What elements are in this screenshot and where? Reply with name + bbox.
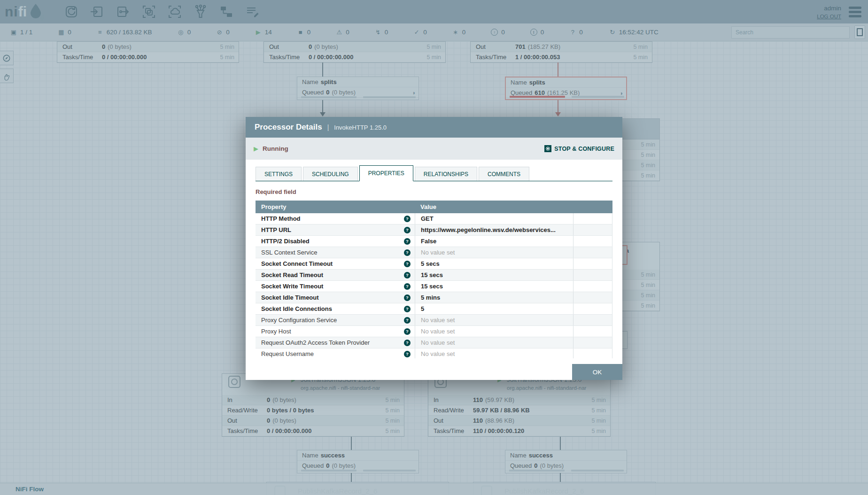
help-icon[interactable]: ? xyxy=(404,351,411,357)
property-name-cell: Socket Write Timeout? xyxy=(256,281,415,292)
property-name: Request Username xyxy=(261,350,314,357)
nifi-app: nifi admin LOG OUT ▣1 / 1▦0≡620 / 163.82… xyxy=(0,0,868,495)
dialog-tabs: SETTINGSSCHEDULINGPROPERTIESRELATIONSHIP… xyxy=(256,160,612,181)
property-value-cell: No value set xyxy=(415,348,573,358)
tab-comments[interactable]: COMMENTS xyxy=(479,167,529,181)
property-row: HTTP/2 Disabled?False xyxy=(256,236,612,247)
required-field-hint: Required field xyxy=(256,188,612,195)
tab-scheduling[interactable]: SCHEDULING xyxy=(303,167,358,181)
run-status-label: Running xyxy=(263,145,288,152)
empty-cell xyxy=(573,224,612,235)
property-name: Proxy Configuration Service xyxy=(261,317,337,324)
ok-button[interactable]: OK xyxy=(572,364,622,380)
property-value-cell: GET xyxy=(415,213,573,224)
property-name-cell: Request Username? xyxy=(256,348,415,358)
help-icon[interactable]: ? xyxy=(404,340,411,346)
property-name-cell: HTTP Method? xyxy=(256,213,415,224)
property-name: Proxy Host xyxy=(261,328,291,335)
property-row: Socket Write Timeout?15 secs xyxy=(256,281,612,292)
help-icon[interactable]: ? xyxy=(404,294,411,301)
running-icon: ▶ xyxy=(254,145,258,152)
property-value-cell: https://www.pegelonline.wsv.de/webservic… xyxy=(415,224,573,235)
empty-cell xyxy=(573,337,612,348)
property-value-cell: No value set xyxy=(415,315,573,325)
property-value-cell: False xyxy=(415,236,573,247)
empty-cell xyxy=(573,292,612,303)
help-icon[interactable]: ? xyxy=(404,216,411,222)
help-icon[interactable]: ? xyxy=(404,238,411,245)
empty-cell xyxy=(573,213,612,224)
empty-cell xyxy=(573,236,612,247)
property-row: Proxy Configuration Service?No value set xyxy=(256,315,612,326)
property-name: Socket Idle Timeout xyxy=(261,294,319,301)
property-name-cell: Socket Idle Timeout? xyxy=(256,292,415,303)
property-row: Request OAuth2 Access Token Provider?No … xyxy=(256,337,612,348)
table-header: Property Value xyxy=(256,201,612,213)
property-value-cell: 5 secs xyxy=(415,258,573,269)
property-name: HTTP/2 Disabled xyxy=(261,238,310,245)
help-icon[interactable]: ? xyxy=(404,306,411,312)
tab-relationships[interactable]: RELATIONSHIPS xyxy=(415,167,477,181)
help-icon[interactable]: ? xyxy=(404,227,411,233)
tab-settings[interactable]: SETTINGS xyxy=(256,167,302,181)
dialog-header: Processor Details | InvokeHTTP 1.25.0 xyxy=(246,117,622,138)
empty-cell xyxy=(573,281,612,292)
property-row: Socket Idle Timeout?5 mins xyxy=(256,292,612,303)
gear-icon xyxy=(544,145,551,152)
processor-type-version: InvokeHTTP 1.25.0 xyxy=(334,124,387,131)
property-value-cell: No value set xyxy=(415,337,573,348)
property-value-cell: 15 secs xyxy=(415,270,573,280)
property-name-cell: Proxy Host? xyxy=(256,326,415,337)
empty-cell xyxy=(573,315,612,325)
property-name-cell: Socket Read Timeout? xyxy=(256,270,415,280)
property-value-cell: 5 xyxy=(415,303,573,314)
property-name-cell: Proxy Configuration Service? xyxy=(256,315,415,325)
property-row: Socket Read Timeout?15 secs xyxy=(256,270,612,281)
property-name-cell: Request OAuth2 Access Token Provider? xyxy=(256,337,415,348)
property-row: HTTP URL?https://www.pegelonline.wsv.de/… xyxy=(256,224,612,236)
empty-cell xyxy=(573,270,612,280)
property-name-cell: Socket Idle Connections? xyxy=(256,303,415,314)
empty-cell xyxy=(573,348,612,358)
help-icon[interactable]: ? xyxy=(404,249,411,256)
property-row: Request Username?No value set xyxy=(256,348,612,358)
property-name: Socket Connect Timeout xyxy=(261,260,333,267)
property-name-cell: SSL Context Service? xyxy=(256,247,415,258)
title-separator: | xyxy=(327,124,329,131)
empty-cell xyxy=(573,303,612,314)
dialog-title: Processor Details xyxy=(255,123,322,132)
table-rows: HTTP Method?GETHTTP URL?https://www.pege… xyxy=(256,213,612,358)
property-name: Socket Read Timeout xyxy=(261,271,323,278)
help-icon[interactable]: ? xyxy=(404,272,411,278)
properties-table: Property Value HTTP Method?GETHTTP URL?h… xyxy=(256,201,612,358)
property-row: HTTP Method?GET xyxy=(256,213,612,224)
dialog-body: SETTINGSSCHEDULINGPROPERTIESRELATIONSHIP… xyxy=(246,160,622,358)
property-name: Request OAuth2 Access Token Provider xyxy=(261,339,370,346)
property-name: Socket Write Timeout xyxy=(261,283,323,290)
property-name: Socket Idle Connections xyxy=(261,305,332,312)
property-name: HTTP URL xyxy=(261,226,291,233)
tab-properties[interactable]: PROPERTIES xyxy=(359,165,413,181)
property-row: SSL Context Service?No value set xyxy=(256,247,612,258)
empty-cell xyxy=(573,258,612,269)
help-icon[interactable]: ? xyxy=(404,328,411,335)
value-column-header: Value xyxy=(415,203,436,210)
empty-cell xyxy=(573,326,612,337)
property-name-cell: Socket Connect Timeout? xyxy=(256,258,415,269)
help-icon[interactable]: ? xyxy=(404,261,411,267)
property-row: Socket Connect Timeout?5 secs xyxy=(256,258,612,270)
dialog-status-row: ▶ Running STOP & CONFIGURE xyxy=(246,138,622,160)
property-name-cell: HTTP URL? xyxy=(256,224,415,235)
help-icon[interactable]: ? xyxy=(404,317,411,324)
property-name: SSL Context Service xyxy=(261,249,317,256)
help-icon[interactable]: ? xyxy=(404,283,411,290)
stop-and-configure-button[interactable]: STOP & CONFIGURE xyxy=(544,145,614,152)
property-name-cell: HTTP/2 Disabled? xyxy=(256,236,415,247)
property-name: HTTP Method xyxy=(261,215,301,222)
property-column-header: Property xyxy=(256,203,415,210)
property-row: Proxy Host?No value set xyxy=(256,326,612,337)
property-value-cell: 5 mins xyxy=(415,292,573,303)
processor-details-dialog: Processor Details | InvokeHTTP 1.25.0 ▶ … xyxy=(246,117,622,380)
property-row: Socket Idle Connections?5 xyxy=(256,303,612,315)
property-value-cell: 15 secs xyxy=(415,281,573,292)
